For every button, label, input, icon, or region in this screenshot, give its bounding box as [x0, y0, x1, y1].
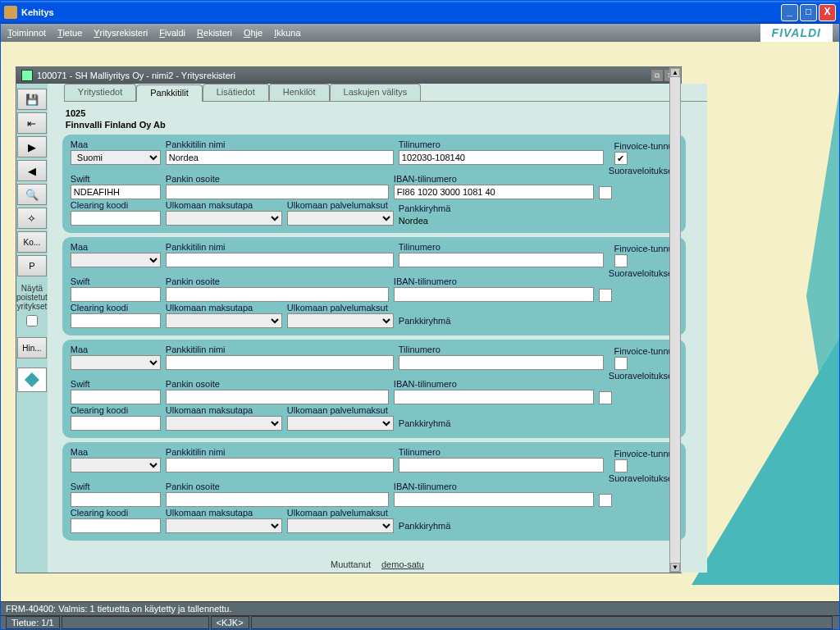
tab-henkilot[interactable]: Henkilöt: [269, 84, 330, 101]
search-icon[interactable]: 🔍: [17, 184, 47, 205]
exit-icon[interactable]: ⇤: [17, 112, 47, 134]
vertical-scrollbar[interactable]: [669, 133, 681, 558]
ryhma-value: [399, 326, 604, 328]
status-empty1: [62, 616, 209, 629]
finvoice-checkbox[interactable]: [614, 357, 628, 370]
osoite-input[interactable]: [166, 185, 389, 199]
ryhma-value: [399, 532, 604, 533]
swift-input[interactable]: [71, 390, 161, 404]
ulko-palvelu-select[interactable]: [287, 416, 394, 431]
prev-icon[interactable]: ◀: [17, 160, 47, 181]
nimi-input[interactable]: [166, 458, 394, 472]
ulko-maksu-select[interactable]: [166, 211, 282, 226]
tilinumero-input[interactable]: [399, 355, 604, 370]
tab-lisatiedot[interactable]: Lisätiedot: [203, 84, 269, 101]
tilinumero-input[interactable]: [399, 150, 604, 165]
next-icon[interactable]: ▶: [17, 136, 47, 158]
osoite-input[interactable]: [166, 287, 389, 302]
tab-laskujen-valitys[interactable]: Laskujen välitys: [330, 84, 422, 101]
iban-input[interactable]: [394, 492, 595, 507]
finvoice-label: Finvoice-tunnus: [614, 141, 678, 151]
bank-record: Maa Pankkitilin nimi Tilinumero Finvoice…: [62, 442, 686, 541]
finvoice-checkbox[interactable]: ✔: [614, 152, 628, 165]
swift-input[interactable]: [71, 492, 161, 507]
ulko-palvelu-label: Ulkomaan palvelumaksut: [287, 200, 394, 210]
finvoice-label: Finvoice-tunnus: [614, 244, 678, 253]
ulko-palvelu-label: Ulkomaan palvelumaksut: [287, 405, 394, 415]
osoite-label: Pankin osoite: [166, 482, 389, 491]
menu-fivaldi[interactable]: Fivaldi: [159, 28, 185, 38]
menu-rekisteri[interactable]: Rekisteri: [197, 28, 232, 38]
tab-yritystiedot[interactable]: Yritystiedot: [64, 84, 136, 101]
tilinumero-input[interactable]: [399, 458, 604, 472]
maa-label: Maa: [71, 447, 161, 457]
ulko-maksu-select[interactable]: [166, 416, 282, 431]
suoravel-checkbox[interactable]: [599, 494, 612, 507]
swift-input[interactable]: [71, 287, 161, 302]
hin-button[interactable]: Hin...: [17, 337, 47, 358]
maa-select[interactable]: Suomi: [71, 150, 161, 165]
clearing-input[interactable]: [71, 211, 161, 226]
bank-record: Maa Pankkitilin nimi Tilinumero Finvoice…: [62, 340, 686, 438]
swift-label: Swift: [71, 482, 161, 491]
ulko-palvelu-label: Ulkomaan palvelumaksut: [287, 508, 394, 518]
bank-record: MaaSuomi Pankkitilin nimi Tilinumero Fin…: [62, 135, 686, 233]
ko-button[interactable]: Ko...: [17, 231, 47, 253]
maa-select[interactable]: [71, 458, 161, 472]
tilinumero-input[interactable]: [399, 253, 604, 267]
ulko-palvelu-select[interactable]: [287, 313, 394, 328]
finvoice-checkbox[interactable]: [614, 459, 628, 472]
window-title: Kehitys: [21, 7, 781, 17]
p-button[interactable]: P: [17, 255, 47, 276]
suoravel-checkbox[interactable]: [599, 391, 612, 404]
ryhma-label: Pankkiryhmä: [399, 521, 604, 531]
finvoice-checkbox[interactable]: [614, 254, 628, 267]
clearing-label: Clearing koodi: [71, 200, 161, 210]
menu-toiminnot[interactable]: Toiminnot: [7, 28, 46, 38]
iban-label: IBAN-tilinumero: [394, 482, 595, 491]
menu-yritysrekisteri[interactable]: Yritysrekisteri: [94, 28, 148, 38]
save-icon[interactable]: 💾: [17, 89, 47, 110]
ulko-maksu-select[interactable]: [166, 518, 282, 533]
maa-select[interactable]: [71, 355, 161, 370]
nimi-input[interactable]: [166, 253, 394, 267]
iban-input[interactable]: [394, 390, 595, 404]
menu-tietue[interactable]: Tietue: [57, 28, 82, 38]
iban-input[interactable]: [394, 287, 595, 302]
maximize-button[interactable]: □: [800, 4, 817, 21]
osoite-input[interactable]: [166, 390, 389, 404]
iban-input[interactable]: [394, 185, 595, 199]
nayta-poistetut-checkbox[interactable]: [26, 315, 38, 326]
inner-restore-icon[interactable]: ⧉: [651, 70, 663, 81]
osoite-label: Pankin osoite: [166, 276, 389, 286]
ryhma-label: Pankkiryhmä: [399, 316, 604, 326]
clearing-input[interactable]: [71, 518, 161, 533]
ryhma-value: Nordea: [399, 214, 604, 226]
tab-pankkitilit[interactable]: Pankkitilit: [136, 84, 202, 102]
ulko-maksu-label: Ulkomaan maksutapa: [166, 405, 282, 415]
close-button[interactable]: X: [819, 4, 836, 21]
ulko-palvelu-select[interactable]: [287, 518, 394, 533]
nimi-input[interactable]: [166, 150, 394, 165]
swift-input[interactable]: [71, 185, 161, 199]
nayta-poistetut-label: Näytä poistetut yritykset: [16, 284, 48, 311]
ulko-maksu-select[interactable]: [166, 313, 282, 328]
maa-select[interactable]: [71, 253, 161, 267]
suoravel-checkbox[interactable]: [599, 186, 612, 199]
nimi-input[interactable]: [166, 355, 394, 370]
status-message: FRM-40400: Valmis: 1 tietuetta on käytet…: [6, 604, 232, 614]
clearing-input[interactable]: [71, 313, 161, 328]
suoravel-checkbox[interactable]: [599, 289, 612, 302]
new-icon[interactable]: ✧: [17, 208, 47, 229]
menu-ikkuna[interactable]: Ikkuna: [274, 28, 300, 38]
ulko-palvelu-select[interactable]: [287, 211, 394, 226]
statusbar: FRM-40400: Valmis: 1 tietuetta on käytet…: [1, 601, 839, 629]
minimize-button[interactable]: _: [781, 4, 798, 21]
header-code: 1025: [66, 108, 689, 118]
suoravel-label: Suoraveloituksen tili: [599, 371, 678, 390]
clearing-input[interactable]: [71, 416, 161, 431]
suoravel-label: Suoraveloituksen tili: [599, 166, 678, 185]
ryhma-value: [399, 429, 604, 431]
menu-ohje[interactable]: Ohje: [244, 28, 262, 38]
osoite-input[interactable]: [166, 492, 389, 507]
